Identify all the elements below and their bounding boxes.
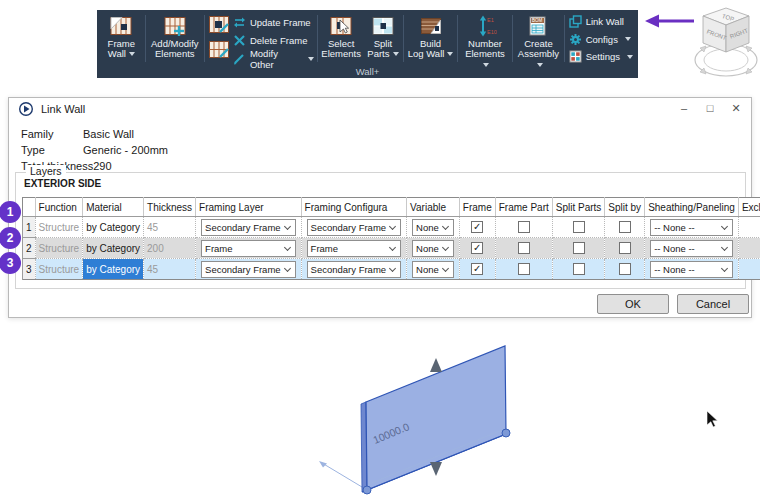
column-header[interactable]: Exclude Parts xyxy=(738,198,760,217)
split-by-checkbox[interactable] xyxy=(619,242,631,254)
column-header[interactable]: Thickness xyxy=(144,198,196,217)
step-badge-2: 2 xyxy=(0,227,21,249)
viewcube[interactable]: TOP FRONT RIGHT xyxy=(692,2,760,84)
ribbon-button-create-assembly[interactable]: BOM Create Assembly xyxy=(514,13,563,64)
function-cell[interactable]: Structure xyxy=(35,238,83,259)
close-button[interactable]: ✕ xyxy=(723,98,749,118)
row-header-cell[interactable]: 3 xyxy=(23,259,36,280)
menu-item-link-wall[interactable]: Link Wall xyxy=(569,14,633,29)
material-cell[interactable]: by Category xyxy=(83,238,144,259)
cancel-button[interactable]: Cancel xyxy=(677,294,749,314)
dialog-titlebar[interactable]: Link Wall – □ ✕ xyxy=(9,98,751,120)
column-header[interactable]: Function xyxy=(35,198,83,217)
ribbon-button-build-log-wall[interactable]: Build Log Wall xyxy=(405,13,455,64)
frame-checkbox[interactable]: ✓ xyxy=(471,242,483,254)
variable-dropdown[interactable]: None xyxy=(412,261,454,278)
flip-arrow-down-icon[interactable] xyxy=(430,462,442,476)
chevron-down-icon xyxy=(389,243,396,250)
function-cell[interactable]: Structure xyxy=(35,259,83,280)
thickness-cell[interactable]: 45 xyxy=(144,217,196,238)
svg-text:BOM: BOM xyxy=(532,18,543,23)
sheathing-paneling-dropdown[interactable]: -- None -- xyxy=(650,261,733,278)
column-header[interactable]: Framing Configura xyxy=(301,198,407,217)
table-row: 3 Structure by Category 45 Secondary Fra… xyxy=(23,259,760,280)
menu-item-modify-other[interactable]: Modify Other xyxy=(233,51,314,66)
svg-text:E1: E1 xyxy=(487,17,494,23)
wall-3d-view[interactable]: 10000.0 xyxy=(305,340,645,501)
button-label: Build Log Wall xyxy=(408,38,445,59)
minimize-button[interactable]: – xyxy=(671,98,697,118)
framing-layer-dropdown[interactable]: Secondary Frame xyxy=(201,219,296,236)
column-header[interactable]: Sheathing/Paneling xyxy=(645,198,739,217)
column-header[interactable]: Frame Part xyxy=(495,198,552,217)
split-parts-icon xyxy=(371,14,395,38)
chevron-down-icon xyxy=(389,264,396,271)
menu-item-settings[interactable]: Settings xyxy=(569,49,633,64)
column-header[interactable]: Variable xyxy=(407,198,460,217)
column-header[interactable]: Framing Layer xyxy=(196,198,302,217)
framing-configuration-dropdown[interactable]: Frame xyxy=(307,240,402,257)
split-parts-checkbox[interactable] xyxy=(573,221,585,233)
flip-arrow-up-icon[interactable] xyxy=(430,358,442,372)
split-parts-cell xyxy=(552,259,605,280)
split-by-cell xyxy=(605,217,645,238)
split-by-cell xyxy=(605,238,645,259)
framing-layer-dropdown[interactable]: Frame xyxy=(201,240,296,257)
ribbon-button-split-parts[interactable]: Split Parts xyxy=(363,13,402,64)
ribbon-button-add-modify-elements[interactable]: Add/Modify Elements xyxy=(147,13,203,64)
split-parts-checkbox[interactable] xyxy=(573,242,585,254)
total-thickness-value: 290 xyxy=(93,160,111,172)
framing-layer-dropdown[interactable]: Secondary Frame xyxy=(201,261,296,278)
thickness-cell[interactable]: 200 xyxy=(144,238,196,259)
table-row: 1 Structure by Category 45 Secondary Fra… xyxy=(23,217,760,238)
frame-tool-icon[interactable] xyxy=(208,39,230,61)
sheathing-paneling-dropdown[interactable]: -- None -- xyxy=(650,240,733,257)
frame-checkbox[interactable]: ✓ xyxy=(471,221,483,233)
split-parts-cell xyxy=(552,217,605,238)
frame-part-checkbox[interactable] xyxy=(518,263,530,275)
thickness-cell[interactable]: 45 xyxy=(144,259,196,280)
menu-item-delete-frame[interactable]: Delete Frame xyxy=(233,33,314,48)
ribbon-button-select-elements[interactable]: Select Elements xyxy=(319,13,364,64)
column-header[interactable]: Split Parts xyxy=(552,198,605,217)
ribbon-button-frame-wall[interactable]: Frame Wall xyxy=(99,13,144,64)
frame-tool-icon[interactable] xyxy=(208,14,230,36)
maximize-button[interactable]: □ xyxy=(697,98,723,118)
column-header[interactable]: Frame xyxy=(459,198,495,217)
function-cell[interactable]: Structure xyxy=(35,217,83,238)
material-cell[interactable]: by Category xyxy=(83,217,144,238)
split-by-checkbox[interactable] xyxy=(619,263,631,275)
ribbon-panel-title[interactable]: Wall+ xyxy=(97,66,638,77)
frame-part-checkbox[interactable] xyxy=(518,242,530,254)
sheathing-paneling-cell: -- None -- xyxy=(645,217,739,238)
column-header[interactable]: Material xyxy=(83,198,144,217)
ok-button[interactable]: OK xyxy=(597,294,669,314)
family-field: Family Basic Wall xyxy=(21,126,168,142)
wall-endpoint-handle[interactable] xyxy=(363,486,371,494)
build-log-wall-icon xyxy=(419,14,443,38)
framing-configuration-dropdown[interactable]: Secondary Frame xyxy=(307,261,402,278)
row-header-cell[interactable]: 2 xyxy=(23,238,36,259)
link-wall-dialog: Link Wall – □ ✕ Family Basic Wall Type G… xyxy=(8,97,752,318)
split-parts-checkbox[interactable] xyxy=(573,263,585,275)
ribbon-button-number-elements[interactable]: E1 E10 Number Elements xyxy=(459,13,511,64)
menu-item-update-frame[interactable]: Update Frame xyxy=(233,15,314,30)
material-cell[interactable]: by Category xyxy=(83,259,144,280)
frame-part-checkbox[interactable] xyxy=(518,221,530,233)
frame-checkbox[interactable]: ✓ xyxy=(471,263,483,275)
type-label: Type xyxy=(21,144,83,156)
layers-groupbox: Layers EXTERIOR SIDE Function Material T… xyxy=(15,172,746,289)
variable-dropdown[interactable]: None xyxy=(412,240,454,257)
row-header-cell[interactable]: 1 xyxy=(23,217,36,238)
type-field: Type Generic - 200mm xyxy=(21,142,168,158)
column-header[interactable]: Split by xyxy=(605,198,645,217)
framing-configuration-dropdown[interactable]: Secondary Frame xyxy=(307,219,402,236)
split-by-checkbox[interactable] xyxy=(619,221,631,233)
sheathing-paneling-dropdown[interactable]: -- None -- xyxy=(650,219,733,236)
framing-configuration-cell: Secondary Frame xyxy=(301,217,407,238)
variable-cell: None xyxy=(407,238,460,259)
menu-item-configs[interactable]: Configs xyxy=(569,32,633,47)
wall-endpoint-handle[interactable] xyxy=(502,429,510,437)
chevron-down-icon xyxy=(442,243,449,250)
variable-dropdown[interactable]: None xyxy=(412,219,454,236)
